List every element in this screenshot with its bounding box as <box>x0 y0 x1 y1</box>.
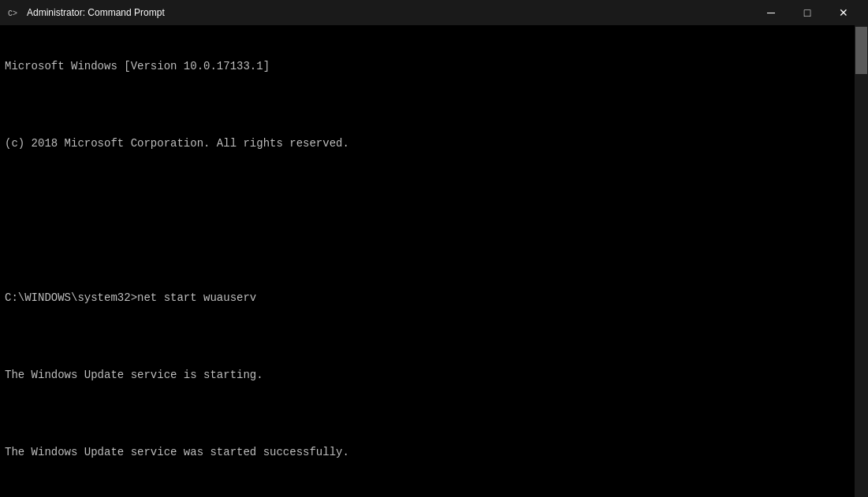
minimize-button[interactable]: ─ <box>753 0 789 25</box>
close-button[interactable]: ✕ <box>825 0 862 25</box>
scrollbar-track[interactable] <box>855 25 868 497</box>
terminal-area[interactable]: Microsoft Windows [Version 10.0.17133.1]… <box>0 25 868 497</box>
cmd-icon: C> <box>6 6 20 20</box>
terminal-content[interactable]: Microsoft Windows [Version 10.0.17133.1]… <box>0 25 855 497</box>
maximize-button[interactable]: □ <box>789 0 825 25</box>
scrollbar-thumb[interactable] <box>855 27 867 74</box>
terminal-line-0: Microsoft Windows [Version 10.0.17133.1] <box>5 59 850 75</box>
terminal-line-1: (c) 2018 Microsoft Corporation. All righ… <box>5 136 850 152</box>
command-prompt-window: C> Administrator: Command Prompt ─ □ ✕ M… <box>0 0 868 497</box>
window-title: Administrator: Command Prompt <box>27 7 165 18</box>
svg-text:C>: C> <box>8 9 17 18</box>
title-bar-left: C> Administrator: Command Prompt <box>6 6 165 20</box>
terminal-line-2 <box>5 213 850 229</box>
title-bar-controls: ─ □ ✕ <box>753 0 862 25</box>
title-bar: C> Administrator: Command Prompt ─ □ ✕ <box>0 0 868 25</box>
terminal-line-3: C:\WINDOWS\system32>net start wuauserv <box>5 291 850 306</box>
terminal-line-4: The Windows Update service is starting. <box>5 368 850 384</box>
terminal-line-5: The Windows Update service was started s… <box>5 445 850 461</box>
